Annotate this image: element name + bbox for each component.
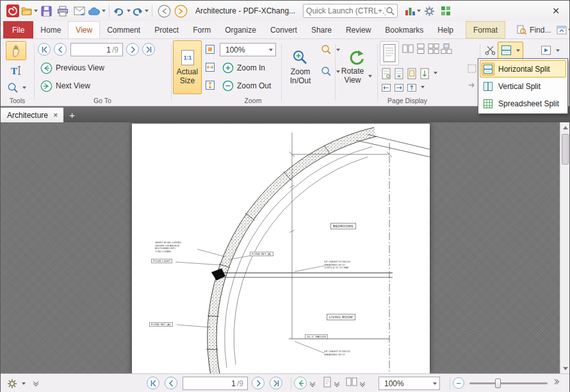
- page-layout-option-2[interactable]: [393, 67, 405, 80]
- scissors-button[interactable]: [484, 44, 496, 56]
- next-view-button[interactable]: Next View: [38, 78, 93, 94]
- two-pages-layout-button[interactable]: [345, 375, 358, 388]
- view-history-dropdown[interactable]: [311, 380, 314, 386]
- open-button[interactable]: [21, 3, 38, 19]
- last-page-button[interactable]: [270, 377, 282, 389]
- chevron-down-icon[interactable]: [421, 86, 425, 88]
- menu-item-horizontal-split[interactable]: Horizontal Split: [480, 60, 566, 78]
- menu-item-vertical-split[interactable]: Vertical Split: [480, 78, 566, 95]
- continuous-layout-button[interactable]: [414, 42, 427, 55]
- previous-view-button[interactable]: [294, 377, 307, 389]
- undo-button[interactable]: [113, 3, 131, 19]
- scroll-down-button[interactable]: [560, 363, 569, 373]
- page-number-input[interactable]: 1 /9: [183, 377, 248, 390]
- settings-gear-button[interactable]: [421, 3, 437, 19]
- page-layout-option-4[interactable]: [418, 67, 431, 80]
- expand-status-button[interactable]: [553, 380, 558, 384]
- previous-page-button[interactable]: [165, 377, 177, 389]
- zoom-out-button[interactable]: Zoom Out: [220, 78, 273, 94]
- loupe-tool-button[interactable]: [4, 80, 29, 95]
- zoom-slider[interactable]: [469, 382, 548, 384]
- quick-launch-input[interactable]: [306, 6, 386, 15]
- tab-comment[interactable]: Comment: [100, 21, 147, 38]
- zoom-level-combobox[interactable]: 100%: [220, 43, 276, 56]
- tab-review[interactable]: Review: [339, 21, 378, 38]
- tab-share[interactable]: Share: [304, 21, 339, 38]
- two-pages-continuous-button[interactable]: [427, 42, 440, 55]
- cloud-button[interactable]: [88, 3, 106, 19]
- save-button[interactable]: [38, 3, 54, 19]
- layout-dropdown[interactable]: [335, 380, 339, 386]
- print-button[interactable]: [54, 3, 71, 19]
- last-page-button[interactable]: [142, 43, 155, 56]
- actual-size-label: Actual Size: [175, 68, 199, 86]
- first-page-button[interactable]: [38, 43, 51, 56]
- history-back-button[interactable]: [156, 3, 172, 19]
- zoom-in-out-button[interactable]: Zoom In/Out: [284, 40, 317, 94]
- next-page-button[interactable]: [252, 377, 265, 389]
- tab-convert[interactable]: Convert: [263, 21, 304, 38]
- zoom-slider-thumb[interactable]: [495, 379, 501, 388]
- tab-protect[interactable]: Protect: [147, 21, 186, 38]
- fit-page-button[interactable]: [204, 43, 216, 56]
- scrollbar-thumb[interactable]: [562, 134, 569, 165]
- previous-view-button[interactable]: Previous View: [38, 60, 107, 76]
- single-page-button[interactable]: [380, 41, 399, 65]
- page-layout-option-1[interactable]: [380, 67, 393, 80]
- close-tab-icon[interactable]: ×: [53, 110, 58, 120]
- vertical-scrollbar[interactable]: [560, 122, 569, 373]
- page-fit-option-3[interactable]: [405, 81, 418, 94]
- close-icon[interactable]: ×: [546, 4, 566, 18]
- tab-help[interactable]: Help: [430, 21, 460, 38]
- two-pages-icon: [346, 377, 357, 387]
- layout-more-button[interactable]: [466, 79, 478, 92]
- search-icon[interactable]: [386, 6, 395, 15]
- select-text-tool-button[interactable]: T: [6, 62, 26, 79]
- scroll-up-button[interactable]: [560, 122, 569, 133]
- previous-page-button[interactable]: [54, 43, 67, 56]
- tab-bookmarks[interactable]: Bookmarks: [378, 21, 430, 38]
- fit-width-button[interactable]: [204, 61, 216, 74]
- chevron-down-icon[interactable]: [434, 72, 437, 74]
- expand-toolbar-button[interactable]: [34, 380, 38, 386]
- cover-mode-button[interactable]: [440, 42, 453, 55]
- hand-tool-button[interactable]: [6, 41, 26, 60]
- page-transitions-button[interactable]: [535, 42, 566, 59]
- layout-dropdown[interactable]: [361, 380, 364, 386]
- dotted-layout-button[interactable]: [466, 62, 478, 75]
- first-page-button[interactable]: [147, 377, 159, 389]
- tab-home[interactable]: Home: [33, 21, 68, 38]
- fit-visible-button[interactable]: [204, 79, 216, 92]
- zoom-out-button[interactable]: −: [453, 377, 464, 389]
- arrow-right-icon: [468, 81, 476, 89]
- palette-button[interactable]: [404, 3, 421, 19]
- page-fit-option-2[interactable]: [393, 81, 405, 94]
- zoom-in-button[interactable]: Zoom In: [220, 60, 268, 76]
- tab-organize[interactable]: Organize: [218, 21, 263, 38]
- menu-item-spreadsheet-split[interactable]: Spreadsheet Split: [480, 95, 566, 112]
- rotate-view-button[interactable]: Rotate View: [338, 40, 375, 94]
- ui-options-button[interactable]: [556, 22, 570, 38]
- document-tab-architecture[interactable]: Architecture ×: [1, 108, 63, 122]
- two-pages-layout-button[interactable]: [402, 42, 414, 55]
- tab-format[interactable]: Format: [466, 21, 505, 38]
- page-fit-option-1[interactable]: [380, 81, 393, 94]
- history-forward-button[interactable]: [172, 3, 189, 19]
- actual-size-button[interactable]: 1:1 Actual Size: [173, 40, 202, 94]
- page-layout-option-3[interactable]: [405, 67, 418, 80]
- status-options-button[interactable]: [4, 377, 28, 391]
- email-button[interactable]: [71, 3, 88, 19]
- single-page-layout-button[interactable]: [321, 375, 334, 388]
- tab-view[interactable]: View: [68, 21, 100, 38]
- sessions-grid-button[interactable]: [437, 3, 454, 19]
- zoom-level-combobox[interactable]: 100%: [379, 377, 440, 390]
- document-page[interactable]: BEDROOMS LIVING ROOM FORM SET (A) FORM S…: [132, 124, 430, 373]
- tab-form[interactable]: Form: [186, 21, 218, 38]
- split-button[interactable]: [498, 42, 523, 59]
- tab-file[interactable]: File: [3, 21, 33, 38]
- next-page-button[interactable]: [126, 43, 139, 56]
- find-button[interactable]: Find...: [512, 21, 556, 38]
- page-number-input[interactable]: 1 /9: [70, 43, 123, 56]
- new-tab-button[interactable]: +: [66, 108, 79, 121]
- redo-button[interactable]: [131, 3, 149, 19]
